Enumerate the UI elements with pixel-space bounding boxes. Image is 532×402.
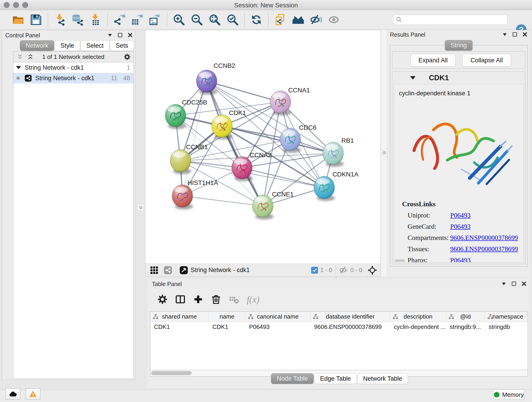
tab-edge-table[interactable]: Edge Table [314, 373, 357, 384]
tab-sets[interactable]: Sets [110, 40, 134, 51]
network-node-CDC6[interactable] [280, 128, 301, 153]
right-splitter-handle[interactable] [381, 149, 387, 156]
column-header-@id[interactable]: @id [446, 312, 485, 322]
panel-menu-icon[interactable] [501, 281, 507, 287]
table-options-gear-icon[interactable] [157, 294, 167, 304]
table-cell[interactable]: cyclin-dependent ... [390, 322, 446, 332]
warnings-button[interactable] [26, 389, 40, 400]
network-node-CCNB2[interactable] [196, 70, 217, 95]
save-session-button[interactable] [27, 12, 45, 27]
collapse-all-button[interactable]: Collapse All [462, 54, 511, 67]
network-view-title: String Network - cdk1 [191, 267, 250, 274]
network-canvas[interactable]: CCNB2CCNA1CDC25BCDK1CDC6RB1CCNB1CCNA2CDK… [146, 30, 380, 264]
crosslink-value-link[interactable]: P06493 [450, 211, 471, 219]
table-cell[interactable]: 9606.ENSP00000378699 [310, 322, 390, 332]
string-home-button[interactable] [289, 12, 307, 27]
panel-close-icon[interactable] [521, 281, 527, 287]
results-scrollbar[interactable] [395, 259, 405, 262]
crosslink-value-link[interactable]: 9606.ENSP00000378699 [450, 245, 518, 253]
search-box[interactable] [393, 15, 507, 25]
network-node-HIST1H1A[interactable] [172, 185, 193, 210]
show-graphics-button[interactable] [325, 12, 343, 27]
panel-float-icon[interactable] [117, 32, 123, 38]
export-image-button[interactable] [146, 12, 164, 27]
column-header-name[interactable]: name [209, 312, 245, 322]
control-panel: Control Panel NetworkStyleSelectSets 1 o… [2, 30, 136, 380]
zoom-fit-button[interactable] [206, 12, 224, 27]
column-header-database-identifier[interactable]: database identifier [310, 312, 390, 322]
table-cell[interactable]: CDK1 [209, 322, 245, 332]
panel-close-icon[interactable] [522, 32, 528, 37]
network-options-gear-icon[interactable] [124, 53, 131, 60]
column-header-description[interactable]: description [390, 312, 446, 322]
panel-menu-icon[interactable] [107, 32, 113, 38]
panel-float-icon[interactable] [512, 32, 518, 37]
node-table[interactable]: shared namenamecanonical namedatabase id… [150, 312, 528, 370]
import-network-database-button[interactable] [69, 12, 87, 27]
network-collection-row[interactable]: String Network - cdk1 1 [13, 62, 133, 73]
zoom-selected-button[interactable] [224, 12, 241, 27]
column-header-shared-name[interactable]: shared name [150, 312, 209, 322]
table-cell[interactable]: stringdb [485, 322, 528, 332]
zoom-out-button[interactable] [188, 12, 206, 27]
delete-column-icon[interactable] [211, 294, 221, 304]
network-node-CCNA1[interactable] [270, 91, 291, 115]
tab-select[interactable]: Select [81, 40, 109, 51]
network-node-count: 11 [111, 75, 117, 82]
string-protein-query-button[interactable] [271, 12, 289, 27]
zoom-in-button[interactable] [170, 12, 188, 27]
network-node-RB1[interactable] [323, 142, 344, 167]
export-network-button[interactable] [110, 12, 128, 27]
import-network-file-button[interactable] [51, 12, 69, 27]
left-splitter-handle[interactable] [138, 204, 144, 211]
tab-network[interactable]: Network [20, 40, 54, 51]
search-input[interactable] [403, 15, 507, 24]
import-table-file-button[interactable] [87, 12, 104, 27]
tab-network-table[interactable]: Network Table [357, 373, 408, 384]
network-node-CCNE1[interactable] [253, 195, 273, 220]
detach-view-icon[interactable] [179, 266, 188, 275]
tab-style[interactable]: Style [55, 40, 80, 51]
selected-nodes-checkbox[interactable] [311, 267, 318, 274]
table-cell[interactable]: P06493 [245, 322, 310, 332]
column-header-canonical-name[interactable]: canonical name [245, 312, 310, 322]
network-row[interactable]: String Network - cdk1 11 48 [13, 73, 133, 83]
tab-node-table[interactable]: Node Table [271, 373, 314, 384]
network-node-CDK1[interactable] [212, 115, 233, 140]
expand-all-button[interactable]: Expand All [411, 54, 456, 67]
show-columns-icon[interactable] [175, 294, 185, 304]
crosslink-value-link[interactable]: P06493 [450, 256, 471, 262]
memory-button[interactable]: Memory [493, 389, 525, 400]
network-node-CCNA2[interactable] [232, 157, 253, 181]
crosslink-label: Tissues: [408, 245, 450, 253]
gene-disclosure-icon[interactable] [410, 76, 416, 80]
column-header-namespace[interactable]: namespace [485, 312, 528, 322]
birds-eye-view-icon[interactable] [150, 266, 159, 275]
apply-layout-button[interactable] [247, 12, 265, 27]
panel-float-icon[interactable] [511, 281, 517, 287]
open-icon [12, 14, 24, 26]
network-node-CCNB1[interactable] [170, 149, 191, 174]
network-node-CDKN1A[interactable] [314, 176, 335, 201]
open-file-button[interactable] [9, 12, 27, 27]
cloud-status-button[interactable] [6, 389, 20, 400]
export-table-button[interactable] [128, 12, 146, 27]
collection-disclosure-icon[interactable] [16, 66, 21, 69]
table-row[interactable]: CDK1CDK1P064939606.ENSP00000378699cyclin… [150, 322, 528, 332]
crosslink-value-link[interactable]: 9606.ENSP00000378699 [450, 234, 518, 242]
toolbar-separator [107, 13, 108, 26]
toolbar-separator [244, 13, 245, 26]
fit-content-crosshair-icon[interactable] [368, 266, 377, 275]
hide-unhide-button[interactable] [307, 12, 325, 27]
panel-menu-icon[interactable] [502, 32, 508, 37]
table-cell[interactable]: CDK1 [150, 322, 209, 332]
add-column-icon[interactable] [193, 294, 203, 304]
table-cell[interactable]: stringdb:9... [446, 322, 485, 332]
crosslink-value-link[interactable]: P06493 [450, 223, 471, 230]
tab-string[interactable]: String [445, 40, 473, 51]
gene-description: cyclin-dependent kinase 1 [399, 90, 524, 97]
network-view[interactable]: CCNB2CCNA1CDC25BCDK1CDC6RB1CCNB1CCNA2CDK… [145, 30, 381, 277]
network-node-CDC25B[interactable] [165, 104, 186, 129]
panel-close-icon[interactable] [127, 32, 133, 38]
gene-section-header[interactable]: CDK1 [392, 72, 525, 84]
